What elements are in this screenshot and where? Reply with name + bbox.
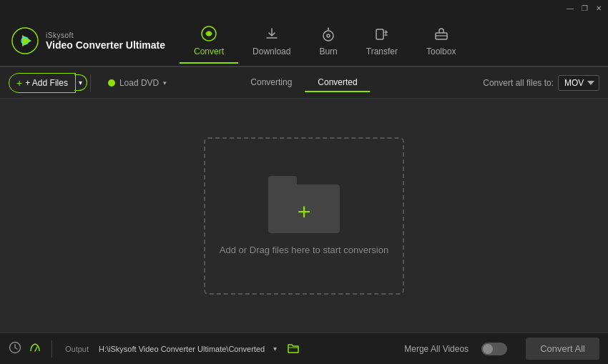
brand-name: iSkysoft (46, 31, 165, 39)
speed-icon[interactable] (29, 341, 41, 357)
nav-label-convert: Convert (194, 46, 224, 56)
output-label: Output (65, 345, 89, 353)
svg-point-4 (207, 31, 211, 35)
close-button[interactable]: ✕ (594, 3, 604, 13)
tab-group: Converting Converted (237, 74, 370, 92)
drop-zone[interactable]: + Add or Drag files here to start conver… (204, 137, 404, 295)
folder-plus-icon: + (298, 200, 311, 223)
open-folder-icon[interactable] (287, 341, 300, 357)
app-logo-icon (11, 27, 39, 54)
nav-item-download[interactable]: Download (238, 20, 305, 62)
main-content: + Add or Drag files here to start conver… (0, 99, 608, 333)
nav-item-toolbox[interactable]: Toolbox (412, 20, 470, 62)
load-dvd-button[interactable]: Load DVD ▾ (101, 74, 174, 92)
merge-toggle-track[interactable] (481, 343, 507, 355)
convert-icon (201, 26, 217, 44)
load-dvd-label: Load DVD (119, 78, 159, 88)
svg-point-6 (327, 34, 330, 37)
nav-label-download: Download (252, 46, 290, 56)
separator-1 (90, 74, 91, 92)
action-bar: + + Add Files ▾ Load DVD ▾ Converting Co… (0, 67, 608, 99)
folder-icon: + (268, 176, 340, 233)
toolbox-icon (433, 26, 449, 44)
load-dvd-chevron: ▾ (163, 79, 167, 87)
merge-toggle[interactable] (481, 343, 507, 355)
add-files-label: + Add Files (25, 78, 68, 88)
svg-rect-7 (376, 29, 383, 39)
nav-label-toolbox: Toolbox (426, 46, 456, 56)
nav-bar: Convert Download Burn (180, 20, 597, 62)
output-path: H:\iSkysoft Video Converter Ultimate\Con… (99, 345, 265, 353)
drop-zone-message: Add or Drag files here to start conversi… (220, 245, 388, 255)
dvd-dot-icon (108, 79, 115, 87)
add-files-button[interactable]: + + Add Files (9, 73, 76, 93)
restore-button[interactable]: ❐ (579, 3, 589, 13)
history-icon[interactable] (9, 341, 21, 357)
header: iSkysoft Video Converter Ultimate Conver… (0, 16, 608, 67)
transfer-icon (374, 26, 390, 44)
nav-label-burn: Burn (319, 46, 337, 56)
nav-item-burn[interactable]: Burn (305, 20, 351, 62)
convert-all-button[interactable]: Convert All (526, 338, 599, 360)
nav-item-convert[interactable]: Convert (180, 20, 238, 62)
output-path-dropdown[interactable]: ▾ (273, 345, 277, 353)
product-name: Video Converter Ultimate (46, 39, 165, 51)
logo-area: iSkysoft Video Converter Ultimate (11, 27, 165, 54)
title-bar: — ❐ ✕ (0, 0, 608, 16)
plus-icon: + (16, 77, 22, 89)
convert-all-files-label: Convert all files to: (483, 78, 554, 88)
bottom-separator (52, 340, 52, 358)
tab-converting[interactable]: Converting (237, 74, 305, 92)
merge-toggle-dot (483, 344, 493, 354)
format-select[interactable]: MOV MP4 MKV AVI (558, 75, 599, 91)
burn-icon (320, 26, 336, 44)
download-icon (264, 26, 280, 44)
logo-text: iSkysoft Video Converter Ultimate (46, 31, 165, 51)
add-files-dropdown-button[interactable]: ▾ (74, 74, 87, 91)
svg-point-5 (323, 31, 333, 41)
nav-label-transfer: Transfer (366, 46, 398, 56)
bottom-bar: Output H:\iSkysoft Video Converter Ultim… (0, 333, 608, 364)
merge-all-label: Merge All Videos (404, 344, 469, 354)
tab-converted[interactable]: Converted (305, 74, 370, 92)
minimize-button[interactable]: — (565, 3, 575, 13)
nav-item-transfer[interactable]: Transfer (352, 20, 412, 62)
